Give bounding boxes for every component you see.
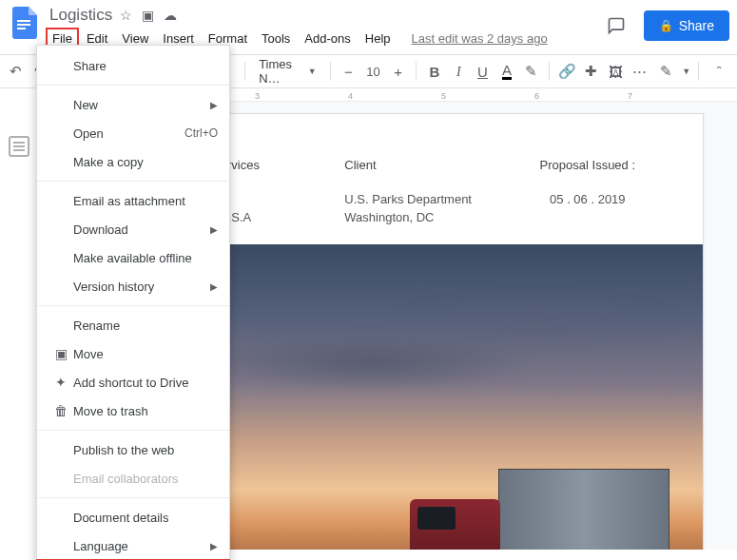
file-offline[interactable]: Make available offline: [37, 243, 229, 272]
highlight-button[interactable]: ✎: [521, 59, 541, 84]
doc-title[interactable]: Logistics: [49, 6, 112, 25]
file-publish-web[interactable]: Publish to the web: [37, 435, 229, 464]
drive-shortcut-icon: ✦: [50, 375, 71, 390]
more-toolbar-button[interactable]: ⋯: [630, 59, 650, 84]
move-folder-icon[interactable]: ▣: [142, 8, 154, 23]
outline-toggle-icon[interactable]: [9, 136, 29, 157]
truck-graphic: [365, 444, 669, 550]
file-language[interactable]: Language▶: [37, 531, 229, 560]
file-rename[interactable]: Rename: [37, 311, 229, 339]
file-add-shortcut[interactable]: ✦Add shortcut to Drive: [37, 368, 229, 396]
folder-move-icon: ▣: [50, 346, 71, 361]
file-make-copy[interactable]: Make a copy: [37, 147, 229, 176]
file-document-details[interactable]: Document details: [37, 503, 229, 531]
undo-button[interactable]: ↶: [6, 59, 26, 84]
hero-image[interactable]: [148, 244, 703, 550]
file-move[interactable]: ▣Move: [37, 339, 229, 368]
cloud-status-icon: ☁: [164, 8, 177, 23]
file-email-attachment[interactable]: Email as attachment: [37, 186, 229, 215]
chevron-down-icon: ▼: [682, 67, 690, 76]
share-label: Share: [679, 18, 714, 33]
editing-mode-button[interactable]: ✎: [653, 59, 678, 84]
file-open[interactable]: OpenCtrl+O: [37, 119, 229, 147]
document-page[interactable]: ivery Services on Ave. Ohio , U.S.A Clie…: [147, 113, 704, 550]
file-download[interactable]: Download▶: [37, 215, 229, 243]
last-edit-link[interactable]: Last edit was 2 days ago: [412, 31, 548, 46]
font-size-decrease[interactable]: −: [339, 59, 359, 84]
col3-heading: Proposal Issued :: [507, 158, 669, 191]
file-dropdown-menu: Share New▶ OpenCtrl+O Make a copy Email …: [36, 45, 230, 560]
col2-line1: U.S. Parks Department: [344, 191, 506, 209]
add-comment-button[interactable]: ✚: [581, 59, 601, 84]
submenu-arrow-icon: ▶: [210, 224, 218, 235]
file-version-history[interactable]: Version history▶: [37, 272, 229, 300]
docs-logo[interactable]: [8, 6, 42, 40]
insert-image-button[interactable]: 🖼: [605, 59, 625, 84]
submenu-arrow-icon: ▶: [210, 281, 218, 292]
hide-menus-button[interactable]: ˆ: [707, 59, 731, 84]
trash-icon: 🗑: [50, 403, 71, 418]
italic-button[interactable]: I: [449, 59, 469, 84]
insert-link-button[interactable]: 🔗: [557, 59, 577, 84]
text-color-button[interactable]: A: [496, 59, 516, 84]
col2-line2: Washington, DC: [344, 209, 506, 227]
submenu-arrow-icon: ▶: [210, 100, 218, 110]
bold-button[interactable]: B: [424, 59, 444, 84]
col2-heading: Client: [344, 158, 506, 191]
star-icon[interactable]: ☆: [120, 8, 132, 23]
chevron-down-icon: ▼: [308, 67, 317, 76]
font-size-increase[interactable]: +: [388, 59, 408, 84]
menu-addons[interactable]: Add-ons: [298, 28, 357, 49]
svg-rect-2: [17, 28, 26, 29]
submenu-arrow-icon: ▶: [210, 541, 218, 551]
file-trash[interactable]: 🗑Move to trash: [37, 396, 229, 425]
svg-rect-0: [17, 20, 30, 22]
file-email-collaborators: Email collaborators: [37, 464, 229, 492]
col3-line1: 05 . 06 . 2019: [507, 191, 669, 209]
comments-button[interactable]: [600, 10, 632, 42]
share-button[interactable]: 🔒 Share: [644, 10, 729, 41]
font-size-value[interactable]: 10: [362, 65, 384, 79]
lock-icon: 🔒: [659, 19, 673, 32]
file-new[interactable]: New▶: [37, 90, 229, 119]
menu-help[interactable]: Help: [359, 28, 398, 49]
underline-button[interactable]: U: [473, 59, 493, 84]
svg-rect-1: [17, 24, 30, 26]
menu-tools[interactable]: Tools: [255, 28, 297, 49]
file-share[interactable]: Share: [37, 51, 229, 80]
font-family-select[interactable]: Times N…▼: [253, 57, 322, 86]
